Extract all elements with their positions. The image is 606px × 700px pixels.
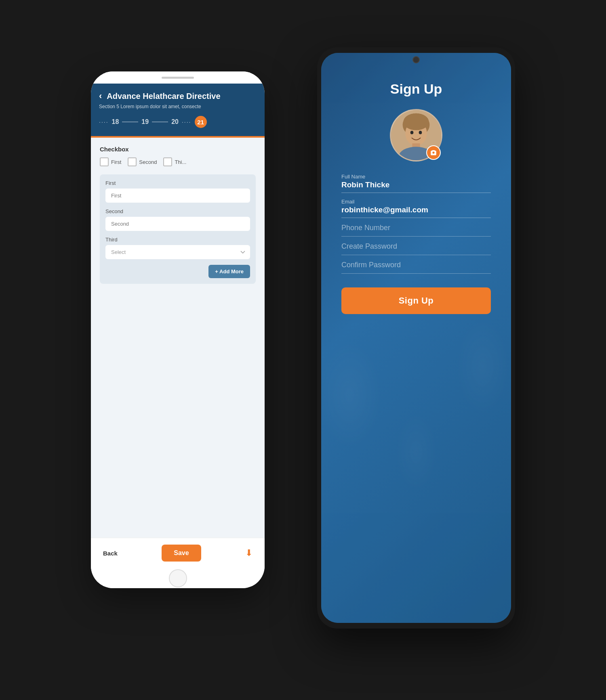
checkbox-label-third: Thi... bbox=[175, 159, 186, 165]
signup-button[interactable]: Sign Up bbox=[341, 287, 491, 314]
checkbox-box-third[interactable] bbox=[163, 157, 172, 166]
field-first: First bbox=[105, 180, 250, 203]
checkbox-label-second: Second bbox=[139, 159, 157, 165]
dots-left: ···· bbox=[99, 119, 109, 125]
step-20: 20 bbox=[171, 118, 179, 126]
checkbox-box-first[interactable] bbox=[100, 157, 109, 166]
field-third-select[interactable]: Select bbox=[105, 245, 250, 259]
field-first-label: First bbox=[105, 180, 250, 186]
header-subtitle: Section 5 Lorem ipsum dolor sit amet, co… bbox=[99, 104, 257, 109]
step-19: 19 bbox=[141, 118, 149, 126]
download-icon[interactable]: ⬇ bbox=[245, 548, 253, 558]
add-more-container: + Add More bbox=[105, 265, 250, 278]
left-content: Checkbox First Second Thi... bbox=[91, 138, 265, 538]
left-header: ‹ Advance Helathcare Directive Section 5… bbox=[91, 84, 265, 136]
left-phone: ‹ Advance Helathcare Directive Section 5… bbox=[91, 71, 265, 588]
confirm-password-placeholder[interactable]: Confirm Password bbox=[341, 261, 491, 274]
left-footer: Back Save ⬇ bbox=[91, 538, 265, 568]
page-title: Advance Helathcare Directive bbox=[107, 92, 220, 101]
left-phone-notch bbox=[91, 71, 265, 84]
home-button[interactable] bbox=[169, 569, 187, 587]
field-third: Third Select bbox=[105, 237, 250, 259]
right-phone-inner: Sign Up bbox=[321, 53, 511, 623]
field-first-input[interactable] bbox=[105, 189, 250, 203]
step-active: 21 bbox=[195, 116, 207, 128]
checkbox-box-second[interactable] bbox=[128, 157, 137, 166]
svg-point-6 bbox=[410, 131, 414, 134]
signup-title: Sign Up bbox=[390, 81, 442, 97]
back-icon[interactable]: ‹ bbox=[99, 91, 102, 101]
checkbox-label-first: First bbox=[111, 159, 121, 165]
full-name-field: Full Name Robin Thicke bbox=[341, 174, 491, 193]
full-name-label: Full Name bbox=[341, 174, 491, 180]
checkbox-third[interactable]: Thi... bbox=[163, 157, 186, 166]
notch-bar bbox=[162, 77, 194, 79]
checkbox-second[interactable]: Second bbox=[128, 157, 157, 166]
email-field: Email robinthicke@gmail.com bbox=[341, 199, 491, 218]
field-third-label: Third bbox=[105, 237, 250, 243]
create-password-placeholder[interactable]: Create Password bbox=[341, 242, 491, 255]
email-value[interactable]: robinthicke@gmail.com bbox=[341, 205, 491, 218]
signup-form: Full Name Robin Thicke Email robinthicke… bbox=[341, 174, 491, 314]
save-button[interactable]: Save bbox=[162, 545, 201, 562]
right-phone: Sign Up bbox=[317, 47, 515, 629]
confirm-password-field: Confirm Password bbox=[341, 261, 491, 274]
step-line-1 bbox=[122, 122, 138, 122]
dots-right: ···· bbox=[182, 119, 191, 125]
phone-field: Phone Number bbox=[341, 224, 491, 237]
add-more-button[interactable]: + Add More bbox=[208, 265, 250, 278]
footer-back-label[interactable]: Back bbox=[103, 550, 118, 557]
step-progress: ···· 18 19 20 ···· 21 bbox=[99, 115, 257, 130]
full-name-value[interactable]: Robin Thicke bbox=[341, 180, 491, 193]
field-second: Second bbox=[105, 208, 250, 231]
right-content: Sign Up bbox=[321, 53, 511, 623]
email-label: Email bbox=[341, 199, 491, 205]
checkbox-first[interactable]: First bbox=[100, 157, 121, 166]
checkbox-row: First Second Thi... bbox=[100, 157, 256, 166]
camera-badge[interactable] bbox=[426, 145, 441, 160]
create-password-field: Create Password bbox=[341, 242, 491, 255]
camera-dot bbox=[412, 56, 420, 63]
svg-point-7 bbox=[419, 131, 422, 134]
step-18: 18 bbox=[112, 118, 119, 126]
avatar-container bbox=[390, 109, 442, 161]
camera-icon bbox=[430, 149, 437, 156]
phone-placeholder[interactable]: Phone Number bbox=[341, 224, 491, 237]
field-second-input[interactable] bbox=[105, 217, 250, 231]
form-group: First Second Third Select bbox=[100, 174, 256, 284]
step-line-2 bbox=[152, 122, 168, 122]
svg-point-3 bbox=[404, 113, 429, 130]
field-second-label: Second bbox=[105, 208, 250, 214]
checkbox-section-label: Checkbox bbox=[100, 146, 256, 153]
home-area bbox=[91, 568, 265, 588]
